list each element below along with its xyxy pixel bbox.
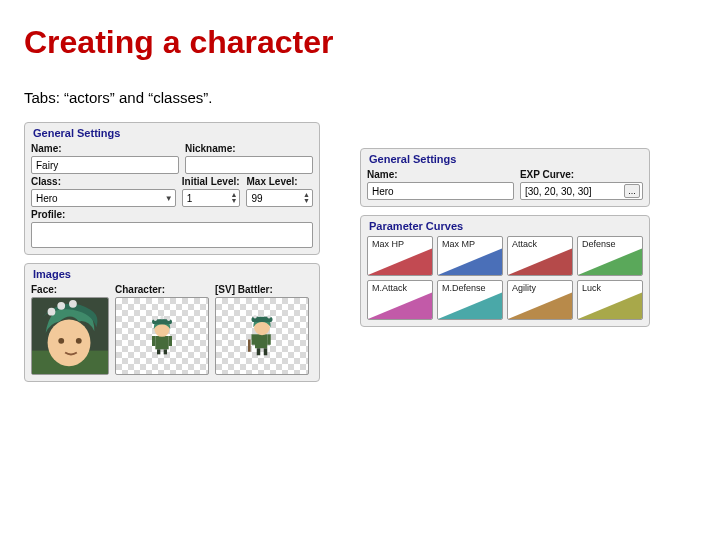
curve-triangle-icon [438, 281, 502, 319]
character-sprite-icon [142, 316, 182, 356]
svg-point-7 [76, 338, 82, 344]
actors-general-heading: General Settings [31, 125, 313, 141]
svg-rect-20 [267, 334, 271, 345]
initial-level-value: 1 [187, 193, 193, 204]
svg-marker-32 [578, 248, 642, 275]
svg-rect-11 [157, 349, 160, 354]
nickname-label: Nickname: [185, 143, 313, 154]
initial-level-stepper[interactable]: 1 ▲▼ [182, 189, 241, 207]
curve-triangle-icon [508, 237, 572, 275]
svg-marker-30 [438, 248, 502, 275]
exp-curve-value: [30, 20, 30, 30] [525, 186, 592, 197]
svg-rect-21 [257, 348, 261, 355]
max-level-label: Max Level: [246, 176, 313, 187]
svg-rect-10 [169, 336, 172, 346]
nickname-input[interactable] [185, 156, 313, 174]
curve-triangle-icon [508, 281, 572, 319]
svg-marker-34 [438, 292, 502, 319]
images-heading: Images [31, 266, 313, 282]
svg-marker-31 [508, 248, 572, 275]
chevron-down-icon: ▼ [165, 194, 173, 203]
svg-point-6 [58, 338, 64, 344]
profile-input[interactable] [31, 222, 313, 248]
svg-point-25 [253, 315, 257, 319]
subtitle-text: Tabs: “actors” and “classes”. [24, 89, 696, 106]
class-name-input[interactable] [367, 182, 514, 200]
svg-rect-18 [255, 334, 267, 348]
svg-marker-29 [368, 248, 432, 275]
face-label: Face: [31, 284, 109, 295]
svg-marker-33 [368, 292, 432, 319]
character-image-picker[interactable] [115, 297, 209, 375]
curve-triangle-icon [368, 237, 432, 275]
sv-battler-label: [SV] Battler: [215, 284, 309, 295]
svg-rect-28 [248, 340, 251, 352]
svg-point-15 [154, 318, 157, 321]
svg-point-26 [260, 315, 264, 317]
svg-marker-35 [508, 292, 572, 319]
exp-curve-edit-button[interactable]: ... [624, 184, 640, 198]
profile-label: Profile: [31, 209, 313, 220]
svg-rect-8 [155, 336, 168, 349]
svg-rect-9 [152, 336, 155, 346]
param-curve-max-mp[interactable]: Max MP [437, 236, 503, 276]
name-label: Name: [31, 143, 179, 154]
param-curve-luck[interactable]: Luck [577, 280, 643, 320]
curve-triangle-icon [368, 281, 432, 319]
param-curve-m-defense[interactable]: M.Defense [437, 280, 503, 320]
svg-point-5 [69, 300, 77, 308]
face-image-picker[interactable] [31, 297, 109, 375]
battler-sprite-icon [241, 315, 283, 357]
classes-panel: General Settings Name: EXP Curve: [30, 2… [360, 148, 650, 335]
initial-level-label: Initial Level: [182, 176, 241, 187]
character-label: Character: [115, 284, 209, 295]
svg-rect-12 [164, 349, 167, 354]
svg-point-27 [267, 315, 271, 319]
param-curve-m-attack[interactable]: M.Attack [367, 280, 433, 320]
face-portrait-icon [32, 297, 108, 375]
svg-point-16 [160, 316, 163, 319]
exp-curve-label: EXP Curve: [520, 169, 643, 180]
spinner-icon: ▲▼ [303, 192, 310, 204]
svg-point-17 [167, 318, 170, 321]
svg-point-2 [48, 319, 91, 366]
page-title: Creating a character [24, 24, 696, 61]
curve-triangle-icon [438, 237, 502, 275]
class-name-label: Name: [367, 169, 514, 180]
svg-marker-36 [578, 292, 642, 319]
curve-triangle-icon [578, 237, 642, 275]
curve-triangle-icon [578, 281, 642, 319]
param-curve-max-hp[interactable]: Max HP [367, 236, 433, 276]
classes-general-heading: General Settings [367, 151, 643, 167]
class-select-value: Hero [36, 193, 58, 204]
param-curve-agility[interactable]: Agility [507, 280, 573, 320]
svg-point-3 [48, 308, 56, 316]
class-label: Class: [31, 176, 176, 187]
parameter-curves-heading: Parameter Curves [367, 218, 643, 234]
svg-rect-22 [264, 348, 268, 355]
param-curve-attack[interactable]: Attack [507, 236, 573, 276]
name-input[interactable] [31, 156, 179, 174]
actors-panel: General Settings Name: Nickname: [24, 122, 320, 390]
max-level-value: 99 [251, 193, 262, 204]
svg-rect-19 [252, 334, 256, 345]
svg-point-4 [57, 302, 65, 310]
param-curve-defense[interactable]: Defense [577, 236, 643, 276]
max-level-stepper[interactable]: 99 ▲▼ [246, 189, 313, 207]
sv-battler-image-picker[interactable] [215, 297, 309, 375]
class-select[interactable]: Hero ▼ [31, 189, 176, 207]
spinner-icon: ▲▼ [231, 192, 238, 204]
